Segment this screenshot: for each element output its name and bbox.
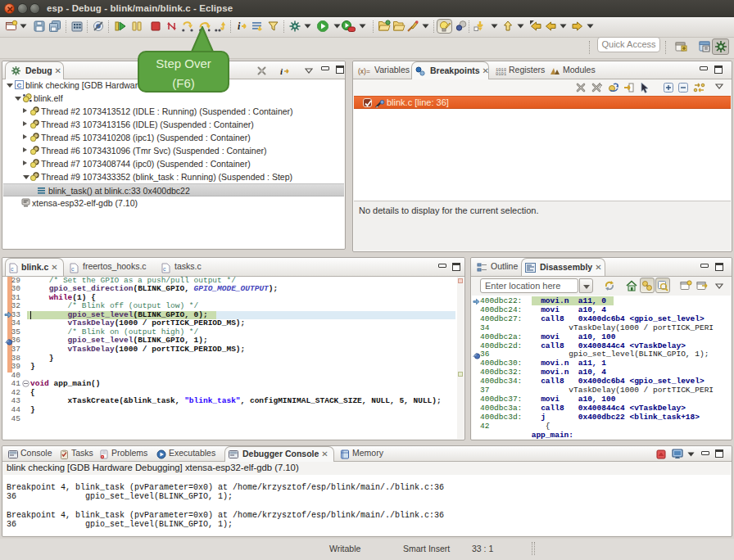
svg-text:c: c xyxy=(163,266,166,272)
svg-text:c: c xyxy=(71,266,75,272)
svg-text:i: i xyxy=(280,66,283,76)
svg-text:0101: 0101 xyxy=(496,71,506,76)
svg-text:C: C xyxy=(17,82,22,89)
svg-text:c: c xyxy=(11,266,14,272)
svg-text:(x)=: (x)= xyxy=(358,67,370,75)
svg-text:i: i xyxy=(238,20,241,32)
